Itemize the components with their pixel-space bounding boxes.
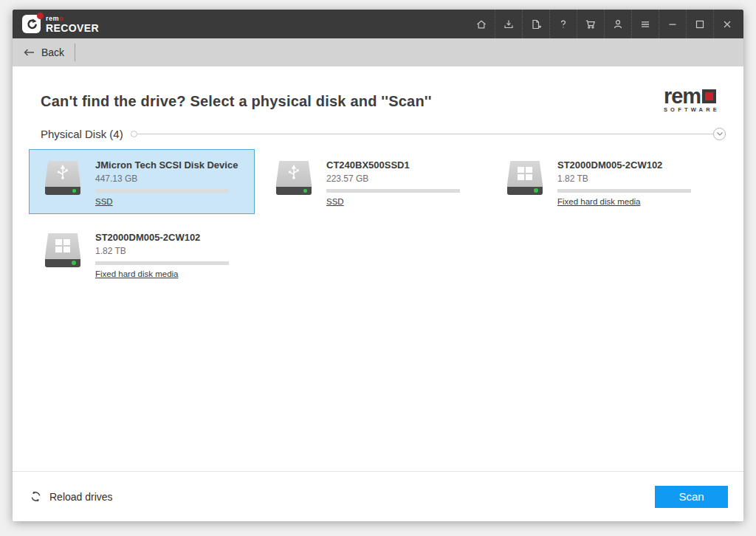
back-arrow-icon — [23, 47, 35, 58]
physical-disk-section-header: Physical Disk (4) — [29, 128, 726, 140]
drive-front-band — [276, 187, 312, 195]
disk-info: JMicron Tech SCSI Disk Device 447.13 GB … — [95, 150, 238, 207]
drive-led-light — [303, 189, 307, 193]
disk-card[interactable]: JMicron Tech SCSI Disk Device 447.13 GB … — [29, 149, 255, 214]
scan-button[interactable]: Scan — [655, 486, 728, 508]
fixed-disk-symbol-icon — [55, 239, 70, 252]
drive-led-light — [72, 189, 76, 193]
drive-icon — [276, 161, 312, 195]
drive-front-band — [507, 187, 543, 195]
disk-card[interactable]: CT240BX500SSD1 223.57 GB SSD — [260, 149, 486, 214]
disk-name: CT240BX500SSD1 — [326, 159, 460, 171]
usb-symbol-icon — [55, 165, 71, 181]
brand-word: remo — [46, 16, 99, 22]
disk-name: ST2000DM005-2CW102 — [95, 232, 229, 243]
disk-info: ST2000DM005-2CW102 1.82 TB Fixed hard di… — [95, 222, 229, 280]
collapse-chevron-icon[interactable] — [713, 128, 726, 140]
reload-drives-button[interactable]: Reload drives — [30, 490, 113, 503]
remo-swirl-icon — [22, 15, 41, 33]
restore-session-icon[interactable] — [495, 10, 522, 38]
navigation-bar: Back — [13, 38, 743, 66]
disk-usage-bar — [95, 189, 229, 193]
disk-media-type-link[interactable]: SSD — [95, 197, 113, 206]
disk-card[interactable]: ST2000DM005-2CW102 1.82 TB Fixed hard di… — [29, 221, 255, 286]
disk-name: ST2000DM005-2CW102 — [557, 159, 691, 171]
remo-software-logo: rem SOFTWARE — [664, 87, 720, 113]
drive-icon — [45, 233, 80, 267]
page-title: Can't find the drive? Select a physical … — [41, 93, 432, 110]
disk-usage-bar — [557, 189, 691, 193]
main-content: Can't find the drive? Select a physical … — [13, 66, 743, 471]
maximize-icon[interactable] — [686, 10, 713, 38]
remo-logo-subtext: SOFTWARE — [664, 107, 720, 113]
reload-drives-label: Reload drives — [49, 491, 113, 503]
disk-size: 447.13 GB — [95, 173, 238, 184]
home-icon[interactable] — [467, 10, 495, 38]
disk-media-type-link[interactable]: SSD — [326, 197, 344, 206]
section-label: Physical Disk (4) — [41, 128, 123, 140]
titlebar: remo RECOVER — [13, 10, 743, 38]
usb-symbol-icon — [286, 165, 302, 181]
remo-logo-o — [702, 89, 716, 103]
disk-media-type-link[interactable]: Fixed hard disk media — [557, 197, 641, 206]
section-line-start-dot — [131, 131, 137, 137]
back-label: Back — [41, 47, 64, 58]
disk-size: 223.57 GB — [326, 173, 460, 184]
drive-front-band — [45, 259, 80, 267]
disk-info: ST2000DM005-2CW102 1.82 TB Fixed hard di… — [557, 150, 691, 207]
drive-icon — [507, 161, 543, 195]
disk-media-type-link[interactable]: Fixed hard disk media — [95, 269, 179, 278]
disk-card[interactable]: ST2000DM005-2CW102 1.82 TB Fixed hard di… — [491, 149, 717, 214]
drive-led-light — [534, 188, 538, 193]
footer-bar: Reload drives Scan — [13, 471, 743, 521]
disk-name: JMicron Tech SCSI Disk Device — [95, 159, 238, 171]
brand-product-name: RECOVER — [46, 23, 99, 33]
disk-usage-bar — [95, 261, 229, 265]
brand-red-dot — [37, 13, 44, 19]
section-divider-line — [137, 134, 713, 134]
disk-size: 1.82 TB — [95, 246, 229, 256]
drive-icon — [45, 161, 80, 195]
disk-grid: JMicron Tech SCSI Disk Device 447.13 GB … — [29, 149, 726, 286]
app-window: remo RECOVER — [13, 10, 743, 521]
back-button[interactable]: Back — [23, 47, 64, 58]
new-recovery-icon[interactable] — [522, 10, 549, 38]
disk-size: 1.82 TB — [557, 173, 691, 184]
minimize-icon[interactable] — [659, 10, 686, 38]
remo-logo-word: rem — [664, 87, 720, 105]
disk-info: CT240BX500SSD1 223.57 GB SSD — [326, 150, 460, 207]
drive-led-light — [72, 261, 76, 265]
app-brand: remo RECOVER — [22, 15, 99, 33]
drive-front-band — [45, 187, 80, 195]
backbar-divider — [75, 44, 75, 61]
menu-icon[interactable] — [631, 10, 659, 38]
titlebar-actions — [467, 10, 740, 38]
brand-text: remo RECOVER — [46, 16, 99, 33]
help-icon[interactable] — [549, 10, 577, 38]
close-icon[interactable] — [713, 10, 740, 38]
refresh-icon — [30, 490, 42, 503]
account-icon[interactable] — [604, 10, 631, 38]
cart-icon[interactable] — [577, 10, 604, 38]
disk-usage-bar — [326, 189, 460, 193]
fixed-disk-symbol-icon — [518, 167, 532, 180]
